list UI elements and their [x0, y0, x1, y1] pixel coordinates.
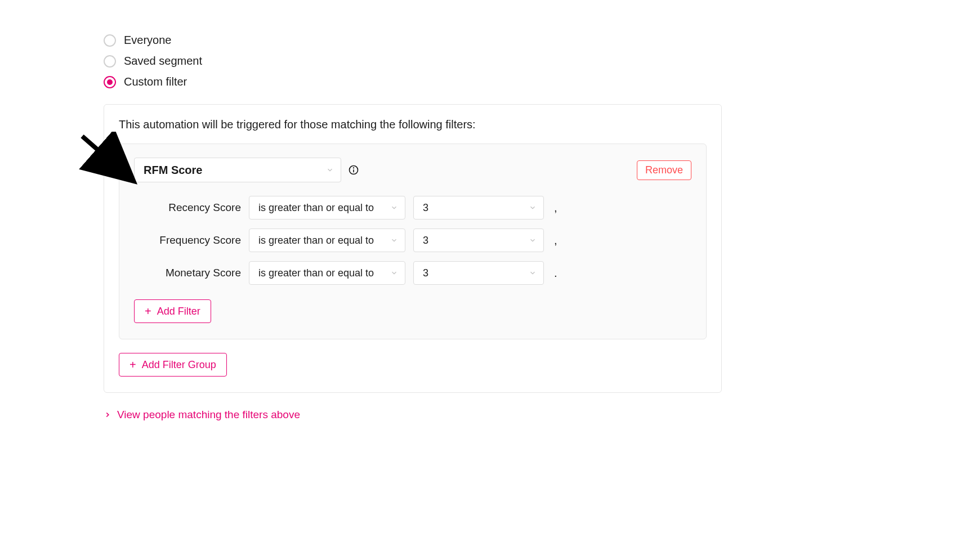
custom-filter-card: This automation will be triggered for th…	[104, 104, 722, 393]
chevron-down-icon	[529, 236, 537, 244]
chevron-down-icon	[390, 269, 398, 277]
radio-icon	[104, 55, 116, 68]
audience-type-radio-group: Everyone Saved segment Custom filter	[104, 34, 969, 88]
filter-row-frequency: Frequency Score is greater than or equal…	[134, 229, 691, 252]
filter-value: 3	[423, 202, 428, 214]
svg-point-3	[354, 168, 354, 168]
radio-option-everyone[interactable]: Everyone	[104, 34, 969, 47]
filter-value-select[interactable]: 3	[413, 261, 544, 285]
radio-option-saved-segment[interactable]: Saved segment	[104, 55, 969, 68]
intro-text: This automation will be triggered for th…	[119, 118, 707, 131]
add-filter-label: Add Filter	[157, 306, 200, 317]
filter-row-recency: Recency Score is greater than or equal t…	[134, 196, 691, 219]
filter-operator-select[interactable]: is greater than or equal to	[249, 261, 405, 285]
radio-icon	[104, 34, 116, 47]
filter-param-label: Recency Score	[157, 201, 241, 214]
add-filter-button[interactable]: + Add Filter	[134, 299, 211, 323]
chevron-down-icon	[326, 166, 334, 174]
filter-row-monetary: Monetary Score is greater than or equal …	[134, 261, 691, 285]
filter-type-select[interactable]: RFM Score	[134, 158, 341, 182]
add-filter-group-button[interactable]: + Add Filter Group	[119, 353, 227, 377]
filter-operator-select[interactable]: is greater than or equal to	[249, 196, 405, 219]
chevron-down-icon	[390, 236, 398, 244]
row-punctuation: ,	[552, 201, 557, 214]
radio-icon	[104, 76, 116, 88]
add-filter-group-label: Add Filter Group	[142, 359, 216, 371]
radio-option-custom-filter[interactable]: Custom filter	[104, 75, 969, 88]
radio-label: Everyone	[124, 34, 172, 47]
filter-value-select[interactable]: 3	[413, 229, 544, 252]
filter-group-header: RFM Score Remove	[134, 158, 691, 182]
filter-operator-value: is greater than or equal to	[258, 202, 374, 214]
view-link-label: View people matching the filters above	[117, 409, 300, 421]
filter-param-label: Frequency Score	[157, 234, 241, 247]
chevron-down-icon	[390, 204, 398, 212]
chevron-down-icon	[529, 269, 537, 277]
filter-type-label: RFM Score	[144, 164, 202, 177]
filter-rows: Recency Score is greater than or equal t…	[134, 196, 691, 285]
view-matching-people-link[interactable]: View people matching the filters above	[104, 409, 300, 421]
plus-icon: +	[145, 306, 151, 317]
filter-value-select[interactable]: 3	[413, 196, 544, 219]
filter-param-label: Monetary Score	[157, 267, 241, 279]
filter-operator-value: is greater than or equal to	[258, 235, 374, 247]
filter-operator-value: is greater than or equal to	[258, 267, 374, 279]
filter-value: 3	[423, 267, 428, 279]
radio-label: Saved segment	[124, 55, 202, 68]
chevron-right-icon	[104, 411, 111, 419]
chevron-down-icon	[529, 204, 537, 212]
plus-icon: +	[130, 359, 136, 370]
info-icon[interactable]	[348, 164, 359, 176]
row-punctuation: .	[552, 267, 557, 280]
row-punctuation: ,	[552, 234, 557, 247]
radio-label: Custom filter	[124, 75, 187, 88]
filter-group-card: RFM Score Remove Recency Score	[119, 144, 707, 339]
remove-filter-group-button[interactable]: Remove	[637, 160, 691, 180]
filter-value: 3	[423, 235, 428, 247]
filter-operator-select[interactable]: is greater than or equal to	[249, 229, 405, 252]
